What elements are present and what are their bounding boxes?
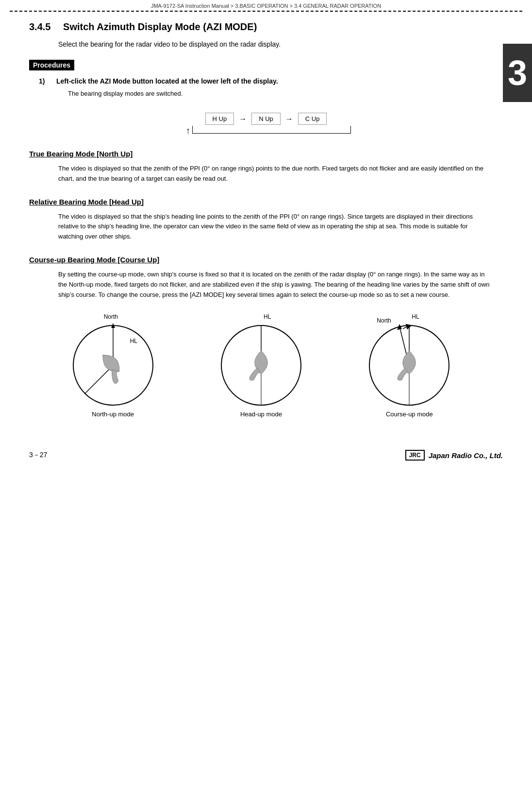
arrow-1: → — [239, 115, 247, 123]
breadcrumb: JMA-9172-SA Instruction Manual > 3.BASIC… — [0, 0, 532, 11]
radar-course-up-svg — [363, 314, 455, 407]
mode-n-up: N Up — [251, 113, 281, 125]
diagram-label-north-up: North-up mode — [92, 411, 134, 418]
subsection-text-course-up: By setting the course-up mode, own ship'… — [58, 270, 493, 300]
steps-container: 1) Left-click the AZI Mode button locate… — [39, 77, 493, 136]
mode-diagram: H Up → N Up → C Up — [179, 113, 353, 125]
hl-label-1: HL — [130, 338, 137, 344]
diagrams-row: North HL North-up mode — [39, 314, 483, 418]
radar-head-up-wrap: HL — [215, 314, 307, 407]
subsection-title-course-up: Course-up Bearing Mode [Course Up] — [29, 256, 493, 264]
radar-north-up-wrap: North HL — [67, 314, 159, 407]
cycle-line — [192, 126, 351, 134]
diagram-head-up: HL Head-up mode — [215, 314, 307, 418]
footer-logo: JRC Japan Radio Co., Ltd. — [405, 450, 503, 461]
subsection-title-north-up: True Bearing Mode [North Up] — [29, 150, 493, 158]
diagram-north-up: North HL North-up mode — [67, 314, 159, 418]
cycle-arrow-icon: ↑ — [186, 126, 190, 136]
intro-text: Select the bearing for the radar video t… — [58, 40, 493, 48]
step-number: 1) — [39, 77, 56, 85]
company-name: Japan Radio Co., Ltd. — [429, 451, 503, 460]
section-number: 3.4.5 — [29, 21, 50, 32]
chapter-badge: 3 — [503, 44, 532, 102]
radar-north-up-svg — [67, 314, 159, 407]
hl-label-3: HL — [412, 313, 419, 320]
step-sub-text: The bearing display modes are switched. — [68, 90, 493, 97]
north-label-3: North — [377, 317, 391, 324]
page-number: 3－27 — [29, 451, 47, 460]
diagram-course-up: North HL Course-up mode — [363, 314, 455, 418]
step-instruction: Left-click the AZI Mode button located a… — [56, 77, 493, 85]
jrc-label: JRC — [405, 450, 425, 461]
north-label-1: North — [104, 313, 118, 320]
radar-course-up-wrap: North HL — [363, 314, 455, 407]
mode-c-up: C Up — [298, 113, 327, 125]
mode-cycle-diagram: H Up → N Up → C Up ↑ — [39, 105, 493, 136]
step-1: 1) Left-click the AZI Mode button locate… — [39, 77, 493, 85]
arrow-2: → — [285, 115, 293, 123]
subsection-text-head-up: The video is displayed so that the ship’… — [58, 212, 493, 242]
footer: 3－27 JRC Japan Radio Co., Ltd. — [0, 442, 532, 465]
hl-label-2: HL — [264, 313, 271, 320]
subsection-title-head-up: Relative Bearing Mode [Head Up] — [29, 198, 493, 206]
diagram-label-course-up: Course-up mode — [386, 411, 433, 418]
section-title: 3.4.5 Switch Azimuth Display Mode (AZI M… — [29, 21, 493, 33]
radar-head-up-svg — [215, 314, 307, 407]
procedures-badge: Procedures — [29, 60, 74, 70]
mode-h-up: H Up — [205, 113, 234, 125]
section-title-text: Switch Azimuth Display Mode (AZI MODE) — [63, 21, 257, 32]
diagram-label-head-up: Head-up mode — [240, 411, 282, 418]
subsection-text-north-up: The video is displayed so that the zenit… — [58, 164, 493, 184]
